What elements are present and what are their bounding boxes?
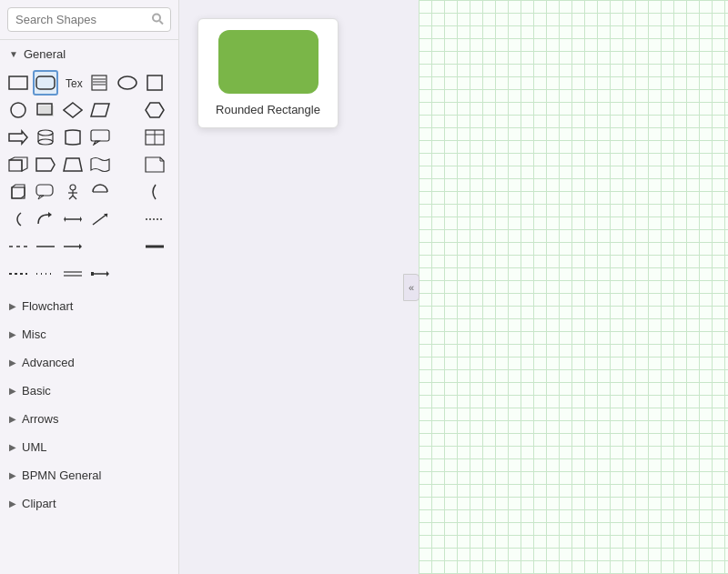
shape-empty5[interactable]: [115, 206, 140, 232]
shape-curved-rect[interactable]: [60, 125, 86, 150]
grid-background: [419, 0, 728, 574]
shape-tooltip: Rounded Rectangle: [197, 18, 339, 128]
shape-dashed-line1[interactable]: [142, 206, 167, 232]
shape-circle[interactable]: [5, 97, 31, 123]
shape-curved-arrow[interactable]: [33, 206, 58, 232]
svg-point-18: [38, 130, 53, 136]
shape-empty6[interactable]: [87, 234, 113, 259]
category-arrow-bpmn-general: ▶: [9, 470, 16, 480]
category-arrow-flowchart: ▶: [9, 301, 16, 311]
svg-marker-23: [94, 141, 99, 145]
shape-half-circle[interactable]: [87, 179, 113, 205]
shape-bracket-left[interactable]: [142, 179, 167, 205]
general-section-header[interactable]: ▼ General: [0, 40, 178, 68]
sidebar-item-uml[interactable]: ▶UML: [0, 433, 178, 461]
shape-square[interactable]: [142, 70, 167, 96]
category-label-basic: Basic: [22, 384, 51, 398]
shape-arrow-right[interactable]: [5, 125, 31, 150]
category-label-arrows: Arrows: [22, 412, 58, 426]
categories-list: ▶Flowchart▶Misc▶Advanced▶Basic▶Arrows▶UM…: [0, 292, 178, 518]
shape-preview-image: [218, 30, 318, 94]
shape-double-line[interactable]: [60, 261, 86, 287]
shape-cube-open[interactable]: [5, 179, 31, 205]
shape-text[interactable]: Text: [60, 70, 86, 96]
svg-marker-17: [9, 131, 27, 144]
shape-diamond[interactable]: [60, 97, 86, 123]
shape-rectangle[interactable]: [5, 70, 31, 96]
shape-note[interactable]: [87, 70, 113, 96]
sidebar-item-advanced[interactable]: ▶Advanced: [0, 348, 178, 377]
collapse-icon: «: [409, 282, 414, 293]
svg-point-11: [11, 103, 25, 117]
search-input[interactable]: [7, 7, 171, 32]
sidebar-item-misc[interactable]: ▶Misc: [0, 320, 178, 348]
shape-solid-line[interactable]: [33, 234, 58, 259]
svg-marker-15: [91, 104, 109, 116]
svg-rect-27: [9, 160, 22, 171]
shapes-grid: Text: [0, 68, 178, 292]
shape-wave[interactable]: [87, 152, 113, 177]
shape-thick-line[interactable]: [142, 234, 167, 259]
shape-ellipse[interactable]: [115, 70, 140, 96]
svg-rect-34: [36, 185, 53, 196]
category-label-bpmn-general: BPMN General: [22, 468, 101, 482]
shape-arrow-both[interactable]: [87, 261, 113, 287]
shape-dashed-thick[interactable]: [5, 261, 31, 287]
shape-empty3[interactable]: [115, 152, 140, 177]
shape-parallelogram[interactable]: [87, 97, 113, 123]
shape-trapezoid[interactable]: [60, 152, 86, 177]
svg-line-40: [73, 196, 76, 199]
shape-rect-shadow[interactable]: [33, 97, 58, 123]
grid-canvas[interactable]: [419, 0, 728, 574]
category-arrow-uml: ▶: [9, 442, 16, 452]
shape-callout[interactable]: [87, 125, 113, 150]
category-arrow-basic: ▶: [9, 386, 16, 396]
shape-empty2[interactable]: [115, 125, 140, 150]
sidebar-item-basic[interactable]: ▶Basic: [0, 377, 178, 405]
general-section-label: General: [24, 47, 66, 61]
shape-dotted-thick[interactable]: [33, 261, 58, 287]
search-bar: [0, 0, 178, 40]
category-label-clipart: Clipart: [22, 497, 56, 510]
svg-marker-16: [146, 103, 164, 117]
shape-empty[interactable]: [115, 97, 140, 123]
shape-rounded-rect[interactable]: [33, 70, 58, 96]
shape-pentagon-arrow[interactable]: [33, 152, 58, 177]
shape-double-arrow[interactable]: [60, 206, 86, 232]
shape-table[interactable]: [142, 125, 167, 150]
shape-box-3d[interactable]: [5, 152, 31, 177]
svg-rect-5: [92, 76, 106, 90]
shape-empty7[interactable]: [115, 234, 140, 259]
sidebar-item-bpmn-general[interactable]: ▶BPMN General: [0, 461, 178, 489]
shape-diagonal-arrow[interactable]: [87, 206, 113, 232]
shape-arrow-line[interactable]: [60, 234, 86, 259]
shape-note-folded[interactable]: [142, 152, 167, 177]
svg-line-39: [69, 196, 73, 199]
collapse-handle[interactable]: «: [403, 274, 420, 301]
sidebar-item-arrows[interactable]: ▶Arrows: [0, 405, 178, 433]
shape-empty4[interactable]: [115, 179, 140, 205]
search-bar-wrapper: [7, 7, 171, 32]
sidebar-item-flowchart[interactable]: ▶Flowchart: [0, 292, 178, 320]
shape-person[interactable]: [60, 179, 86, 205]
svg-marker-52: [79, 244, 82, 249]
svg-rect-22: [91, 130, 109, 141]
category-label-misc: Misc: [22, 327, 46, 341]
general-collapse-arrow: ▼: [9, 49, 18, 59]
svg-marker-29: [36, 158, 55, 171]
svg-marker-59: [106, 271, 109, 277]
shape-cylinder[interactable]: [33, 125, 58, 150]
svg-marker-31: [146, 157, 164, 172]
shape-brace[interactable]: [5, 206, 31, 232]
svg-marker-30: [64, 158, 82, 171]
category-label-flowchart: Flowchart: [22, 299, 73, 313]
shape-empty8[interactable]: [115, 261, 140, 287]
shape-hexagon[interactable]: [142, 97, 167, 123]
sidebar-item-clipart[interactable]: ▶Clipart: [0, 489, 178, 518]
shape-dashed-line2[interactable]: [5, 234, 31, 259]
svg-text:Text: Text: [66, 77, 83, 90]
svg-marker-45: [80, 217, 82, 222]
sidebar: ▼ General Text: [0, 0, 179, 574]
category-arrow-advanced: ▶: [9, 357, 16, 368]
shape-speech-bubble[interactable]: [33, 179, 58, 205]
